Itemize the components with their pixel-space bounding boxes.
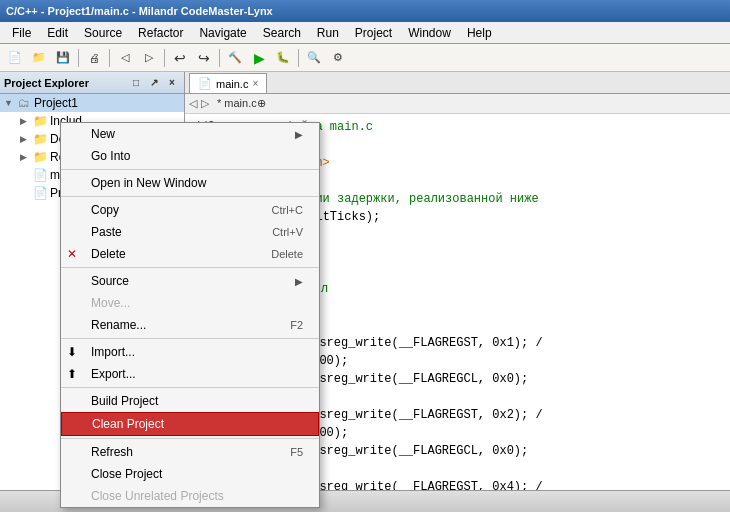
- ctx-source-arrow: ▶: [295, 276, 303, 287]
- toolbar-sep-3: [164, 49, 165, 67]
- panel-header: Project Explorer □ ↗ ×: [0, 72, 184, 94]
- ctx-new[interactable]: New ▶: [61, 123, 319, 145]
- tab-file-icon: 📄: [198, 77, 212, 90]
- ctx-rename[interactable]: Rename... F2: [61, 314, 319, 336]
- ctx-clean-project-label: Clean Project: [92, 417, 164, 431]
- ctx-go-into-label: Go Into: [91, 149, 130, 163]
- undo-button[interactable]: ↩: [169, 47, 191, 69]
- toolbar-sep-5: [298, 49, 299, 67]
- toolbar-sep-4: [219, 49, 220, 67]
- menu-run[interactable]: Run: [309, 24, 347, 42]
- window-title: C/C++ - Project1/main.c - Milandr CodeMa…: [6, 5, 273, 17]
- menu-search[interactable]: Search: [255, 24, 309, 42]
- ctx-source-label: Source: [91, 274, 129, 288]
- folder-icon-release: 📁: [32, 149, 48, 165]
- export-icon: ⬆: [67, 367, 77, 381]
- menu-file[interactable]: File: [4, 24, 39, 42]
- editor-back-icon[interactable]: ◁: [189, 97, 197, 110]
- tree-arrow-include: ▶: [20, 116, 32, 126]
- menu-source[interactable]: Source: [76, 24, 130, 42]
- ctx-sep-6: [61, 438, 319, 439]
- editor-forward-icon[interactable]: ▷: [201, 97, 209, 110]
- ctx-refresh-shortcut: F5: [290, 446, 303, 458]
- ctx-sep-3: [61, 267, 319, 268]
- ctx-new-arrow: ▶: [295, 129, 303, 140]
- editor-tabs: 📄 main.c ×: [185, 72, 730, 94]
- forward-button[interactable]: ▷: [138, 47, 160, 69]
- ctx-paste[interactable]: Paste Ctrl+V: [61, 221, 319, 243]
- run-button[interactable]: ▶: [248, 47, 270, 69]
- print-button[interactable]: 🖨: [83, 47, 105, 69]
- open-button[interactable]: 📁: [28, 47, 50, 69]
- toolbar-sep-1: [78, 49, 79, 67]
- file-icon-main: 📄: [32, 167, 48, 183]
- ctx-close-unrelated-label: Close Unrelated Projects: [91, 489, 224, 503]
- panel-title: Project Explorer: [4, 77, 89, 89]
- menu-help[interactable]: Help: [459, 24, 500, 42]
- ctx-build-project[interactable]: Build Project: [61, 390, 319, 412]
- ctx-clean-project[interactable]: Clean Project: [61, 412, 319, 436]
- ctx-export-label: Export...: [91, 367, 136, 381]
- ctx-refresh[interactable]: Refresh F5: [61, 441, 319, 463]
- tree-arrow-root: ▼: [4, 98, 16, 108]
- new-button[interactable]: 📄: [4, 47, 26, 69]
- ctx-close-project[interactable]: Close Project: [61, 463, 319, 485]
- menu-bar: File Edit Source Refactor Navigate Searc…: [0, 22, 730, 44]
- delete-icon: ✕: [67, 247, 77, 261]
- ctx-delete[interactable]: ✕ Delete Delete: [61, 243, 319, 265]
- toolbar: 📄 📁 💾 🖨 ◁ ▷ ↩ ↪ 🔨 ▶ 🐛 🔍 ⚙: [0, 44, 730, 72]
- menu-project[interactable]: Project: [347, 24, 400, 42]
- ctx-open-new-window[interactable]: Open in New Window: [61, 172, 319, 194]
- ctx-go-into[interactable]: Go Into: [61, 145, 319, 167]
- project-icon: 🗂: [16, 95, 32, 111]
- panel-icons: □ ↗ ×: [128, 75, 180, 91]
- folder-icon-include: 📁: [32, 113, 48, 129]
- ctx-close-project-label: Close Project: [91, 467, 162, 481]
- ctx-rename-shortcut: F2: [290, 319, 303, 331]
- ctx-build-project-label: Build Project: [91, 394, 158, 408]
- redo-button[interactable]: ↪: [193, 47, 215, 69]
- panel-header-title: Project Explorer: [4, 77, 89, 89]
- close-panel-button[interactable]: ×: [164, 75, 180, 91]
- ctx-paste-label: Paste: [91, 225, 122, 239]
- tab-main-c[interactable]: 📄 main.c ×: [189, 73, 267, 93]
- ctx-source[interactable]: Source ▶: [61, 270, 319, 292]
- ctx-copy-label: Copy: [91, 203, 119, 217]
- file-icon-project: 📄: [32, 185, 48, 201]
- tree-arrow-release: ▶: [20, 152, 32, 162]
- ctx-export[interactable]: ⬆ Export...: [61, 363, 319, 385]
- toolbar-sep-2: [109, 49, 110, 67]
- ctx-move: Move...: [61, 292, 319, 314]
- import-icon: ⬇: [67, 345, 77, 359]
- maximize-panel-button[interactable]: ↗: [146, 75, 162, 91]
- settings-button[interactable]: ⚙: [327, 47, 349, 69]
- ctx-sep-1: [61, 169, 319, 170]
- tab-label: main.c: [216, 78, 248, 90]
- tree-root-project1[interactable]: ▼ 🗂 Project1: [0, 94, 184, 112]
- build-button[interactable]: 🔨: [224, 47, 246, 69]
- play-icon: ▶: [254, 50, 265, 66]
- menu-navigate[interactable]: Navigate: [191, 24, 254, 42]
- tree-label-project1: Project1: [34, 96, 78, 110]
- minimize-panel-button[interactable]: □: [128, 75, 144, 91]
- project-explorer-panel: Project Explorer □ ↗ × ▼ 🗂 Project1 ▶ 📁 …: [0, 72, 185, 490]
- ctx-open-new-window-label: Open in New Window: [91, 176, 206, 190]
- save-button[interactable]: 💾: [52, 47, 74, 69]
- ctx-import[interactable]: ⬇ Import...: [61, 341, 319, 363]
- menu-window[interactable]: Window: [400, 24, 459, 42]
- search-tb-button[interactable]: 🔍: [303, 47, 325, 69]
- ctx-copy[interactable]: Copy Ctrl+C: [61, 199, 319, 221]
- menu-edit[interactable]: Edit: [39, 24, 76, 42]
- back-button[interactable]: ◁: [114, 47, 136, 69]
- ctx-close-unrelated: Close Unrelated Projects: [61, 485, 319, 507]
- ctx-paste-shortcut: Ctrl+V: [272, 226, 303, 238]
- tree-arrow-debug: ▶: [20, 134, 32, 144]
- ctx-sep-4: [61, 338, 319, 339]
- ctx-rename-label: Rename...: [91, 318, 146, 332]
- debug-button[interactable]: 🐛: [272, 47, 294, 69]
- ctx-move-label: Move...: [91, 296, 130, 310]
- menu-refactor[interactable]: Refactor: [130, 24, 191, 42]
- folder-icon-debug: 📁: [32, 131, 48, 147]
- tab-close-icon[interactable]: ×: [252, 78, 258, 89]
- ctx-delete-shortcut: Delete: [271, 248, 303, 260]
